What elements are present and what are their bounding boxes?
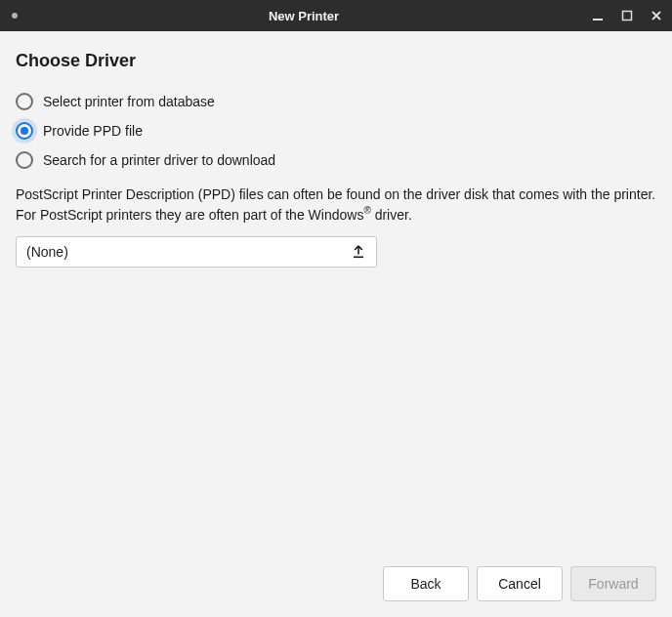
window-controls — [590, 8, 664, 23]
radio-inner-dot — [21, 127, 28, 135]
svg-rect-1 — [623, 12, 632, 21]
button-bar: Back Cancel Forward — [16, 555, 656, 601]
back-button[interactable]: Back — [383, 566, 469, 601]
desc-pre: PostScript Printer Description (PPD) fil… — [16, 186, 655, 223]
window-title: New Printer — [18, 9, 590, 23]
radio-icon — [16, 93, 33, 110]
ppd-file-chooser[interactable]: (None) — [16, 236, 377, 267]
svg-rect-0 — [593, 19, 603, 21]
page-heading: Choose Driver — [16, 51, 656, 71]
close-button[interactable] — [649, 8, 664, 23]
radio-label: Provide PPD file — [43, 123, 143, 139]
forward-button: Forward — [570, 566, 656, 601]
radio-icon — [16, 151, 33, 169]
upload-icon — [351, 244, 366, 260]
svg-rect-2 — [354, 257, 363, 259]
spacer — [16, 267, 656, 555]
radio-label: Select printer from database — [43, 94, 215, 109]
dialog-content: Choose Driver Select printer from databa… — [0, 31, 672, 617]
registered-mark: ® — [363, 205, 370, 216]
file-chooser-value: (None) — [26, 244, 68, 260]
radio-search-driver-download[interactable]: Search for a printer driver to download — [16, 145, 656, 175]
minimize-button[interactable] — [590, 8, 606, 23]
maximize-button[interactable] — [619, 8, 635, 23]
radio-provide-ppd-file[interactable]: Provide PPD file — [16, 116, 656, 145]
titlebar: New Printer — [0, 0, 672, 31]
cancel-button[interactable]: Cancel — [477, 566, 563, 601]
description-text: PostScript Printer Description (PPD) fil… — [16, 185, 656, 225]
desc-post: driver. — [371, 207, 412, 223]
radio-label: Search for a printer driver to download — [43, 152, 275, 168]
radio-select-from-database[interactable]: Select printer from database — [16, 87, 656, 116]
radio-icon-selected — [16, 122, 33, 140]
